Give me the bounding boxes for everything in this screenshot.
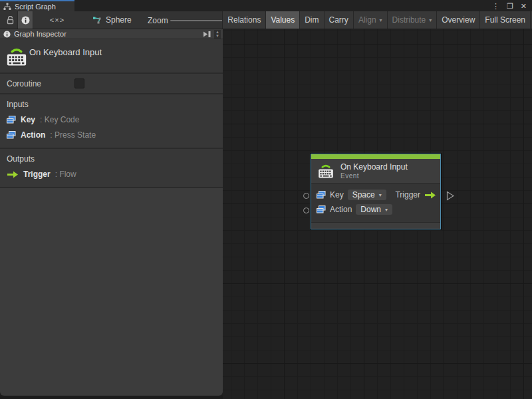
- full-screen-button[interactable]: Full Screen: [479, 11, 531, 29]
- key-row: Key Space ▾ Trigger: [317, 188, 436, 202]
- overview-button[interactable]: Overview: [436, 11, 479, 29]
- script-graph-icon: [3, 3, 11, 11]
- node-footer: [311, 222, 440, 229]
- graph-inspector-header[interactable]: Graph Inspector ▲ ▼: [0, 29, 223, 39]
- value-port-icon: [7, 116, 16, 124]
- code-icon: <×>: [50, 16, 65, 24]
- inspector-toggle-button[interactable]: [17, 11, 33, 29]
- input-row-key: Key : Key Code: [7, 115, 223, 124]
- graph-inspector-title: Graph Inspector: [14, 30, 66, 38]
- unit-title: On Keyboard Input: [29, 47, 102, 57]
- align-button[interactable]: Align ▾: [353, 11, 387, 29]
- outputs-title: Outputs: [7, 154, 223, 164]
- node-subtitle: Event: [340, 172, 408, 180]
- maximize-icon[interactable]: ❐: [507, 1, 513, 11]
- key-input-port[interactable]: [303, 193, 309, 199]
- output-row-trigger: Trigger : Flow: [7, 170, 223, 179]
- chevron-down-icon: ▾: [385, 207, 388, 213]
- panel-scroll-spinner[interactable]: ▲ ▼: [214, 30, 221, 39]
- separator: :: [40, 115, 42, 124]
- relations-button[interactable]: Relations: [222, 11, 265, 29]
- key-dropdown[interactable]: Space ▾: [348, 190, 386, 200]
- zoom-label: Zoom: [148, 16, 168, 25]
- output-type: Flow: [59, 170, 76, 179]
- action-dropdown[interactable]: Down ▾: [356, 204, 392, 215]
- node-title: On Keyboard Input: [340, 162, 408, 172]
- carry-button[interactable]: Carry: [324, 11, 353, 29]
- value-port-icon: [317, 205, 326, 213]
- lock-icon: [7, 16, 14, 25]
- toolbar-button-strip: Relations Values Dim Carry Align ▾ Distr…: [222, 11, 531, 29]
- tab-label: Script Graph: [15, 3, 56, 11]
- output-name: Trigger: [23, 170, 51, 179]
- relations-label: Relations: [227, 15, 261, 25]
- node-header[interactable]: On Keyboard Input Event: [311, 159, 440, 184]
- value-port-icon: [317, 191, 326, 199]
- separator: :: [50, 130, 52, 140]
- graph-toolbar: <×> Sphere Zoom 1x Relations Values Dim …: [0, 11, 532, 29]
- distribute-label: Distribute: [392, 15, 426, 25]
- flow-arrow-icon: [7, 171, 19, 178]
- inputs-title: Inputs: [7, 100, 223, 109]
- zoom-slider-track[interactable]: [170, 20, 230, 21]
- title-bar: Script Graph ⋮ ❐ ✕: [0, 0, 532, 11]
- action-row: Action Down ▾: [317, 202, 436, 217]
- dock-panel-icon[interactable]: [203, 31, 211, 38]
- graph-owner-chip[interactable]: Sphere: [92, 11, 132, 29]
- info-icon: [3, 31, 11, 38]
- values-button[interactable]: Values: [265, 11, 299, 29]
- lock-button[interactable]: [4, 11, 16, 29]
- action-port-label: Action: [330, 205, 352, 214]
- coroutine-checkbox[interactable]: [74, 78, 84, 88]
- carry-label: Carry: [329, 15, 348, 25]
- graph-owner-label: Sphere: [106, 15, 132, 25]
- flow-arrow-icon: [424, 192, 436, 199]
- action-input-port[interactable]: [303, 207, 309, 213]
- distribute-button[interactable]: Distribute ▾: [387, 11, 437, 29]
- input-row-action: Action : Press State: [7, 130, 223, 140]
- overview-label: Overview: [442, 15, 475, 25]
- dim-label: Dim: [305, 15, 319, 25]
- chevron-down-icon: ▾: [380, 17, 382, 23]
- unit-header: On Keyboard Input: [0, 39, 223, 74]
- window-edge: [0, 396, 223, 399]
- event-color-bar: [311, 154, 440, 159]
- keyboard-icon: [317, 162, 335, 180]
- inputs-section: Inputs Key : Key Code Action : Press Sta…: [0, 94, 223, 149]
- trigger-output-port[interactable]: [446, 191, 455, 201]
- input-type: Press State: [55, 130, 96, 140]
- graph-inspector-panel: Graph Inspector ▲ ▼ On Keyboard Input Co…: [0, 29, 223, 396]
- code-view-button[interactable]: <×>: [48, 11, 66, 29]
- input-name: Action: [21, 130, 45, 140]
- chevron-down-icon: ▾: [429, 17, 432, 23]
- close-icon[interactable]: ✕: [521, 1, 527, 11]
- outputs-section: Outputs Trigger : Flow: [0, 149, 223, 188]
- action-dropdown-value: Down: [360, 205, 381, 214]
- full-screen-label: Full Screen: [485, 15, 525, 25]
- values-label: Values: [271, 15, 295, 25]
- value-port-icon: [7, 131, 16, 139]
- coroutine-label: Coroutine: [7, 79, 41, 88]
- info-icon: [21, 16, 30, 25]
- input-name: Key: [21, 115, 35, 124]
- input-type: Key Code: [45, 115, 80, 124]
- spinner-down-icon[interactable]: ▼: [215, 35, 219, 38]
- separator: :: [55, 170, 57, 179]
- key-port-label: Key: [330, 190, 344, 200]
- chevron-down-icon: ▾: [379, 192, 382, 198]
- coroutine-row: Coroutine: [0, 74, 223, 94]
- graph-owner-icon: [92, 16, 102, 25]
- on-keyboard-input-node[interactable]: On Keyboard Input Event Key Space ▾: [303, 154, 456, 229]
- key-dropdown-value: Space: [352, 190, 375, 200]
- tab-script-graph[interactable]: Script Graph: [0, 0, 74, 11]
- keyboard-icon: [5, 43, 28, 70]
- dim-button[interactable]: Dim: [299, 11, 323, 29]
- window-menu-icon[interactable]: ⋮: [492, 1, 499, 11]
- trigger-port-label: Trigger: [395, 190, 420, 200]
- node-body: Key Space ▾ Trigger: [311, 184, 440, 222]
- align-label: Align: [358, 15, 376, 25]
